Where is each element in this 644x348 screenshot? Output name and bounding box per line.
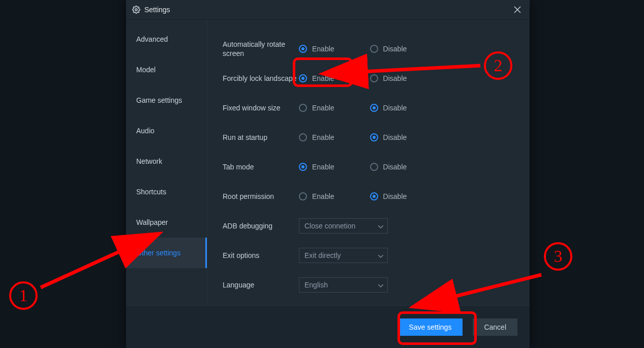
radio-enable[interactable]: Enable	[299, 104, 334, 112]
chevron-down-icon	[378, 222, 383, 230]
window-title: Settings	[144, 6, 170, 14]
titlebar: Settings	[126, 0, 530, 19]
cancel-button[interactable]: Cancel	[473, 318, 517, 336]
row-exit: Exit options Exit directly	[223, 241, 514, 270]
row-lock-landscape: Forcibly lock landscape Enable Disable	[223, 64, 514, 93]
svg-point-0	[135, 9, 137, 11]
setting-label: Language	[223, 280, 299, 289]
annotation-circle-1: 1	[9, 281, 38, 310]
radio-disable[interactable]: Disable	[370, 133, 407, 141]
sidebar-item-advanced[interactable]: Advanced	[126, 24, 207, 54]
radio-disable[interactable]: Disable	[370, 74, 407, 82]
row-root-permission: Root permission Enable Disable	[223, 182, 514, 211]
row-language: Language English	[223, 270, 514, 300]
radio-enable[interactable]: Enable	[299, 74, 334, 82]
radio-disable[interactable]: Disable	[370, 45, 407, 53]
sidebar-item-wallpaper[interactable]: Wallpaper	[126, 207, 207, 238]
row-adb: ADB debugging Close connetion	[223, 211, 514, 241]
radio-enable[interactable]: Enable	[299, 45, 334, 53]
setting-label: Fixed window size	[223, 103, 299, 112]
setting-label: Forcibly lock landscape	[223, 74, 299, 83]
settings-dialog: Settings Advanced Model Game settings Au…	[126, 0, 530, 348]
row-fixed-window: Fixed window size Enable Disable	[223, 93, 514, 123]
sidebar-item-game-settings[interactable]: Game settings	[126, 85, 207, 115]
sidebar: Advanced Model Game settings Audio Netwo…	[126, 20, 207, 305]
annotation-circle-3: 3	[544, 242, 572, 271]
settings-content: Automatically rotate screen Enable Disab…	[207, 20, 530, 305]
setting-label: Tab mode	[223, 162, 299, 171]
chevron-down-icon	[378, 281, 383, 289]
setting-label: Automatically rotate screen	[223, 40, 299, 58]
close-icon	[514, 6, 521, 13]
row-run-startup: Run at startup Enable Disable	[223, 123, 514, 152]
radio-enable[interactable]: Enable	[299, 192, 334, 200]
setting-label: Root permission	[223, 192, 299, 201]
select-exit[interactable]: Exit directly	[299, 248, 388, 263]
close-button[interactable]	[511, 4, 524, 16]
setting-label: ADB debugging	[223, 221, 299, 230]
svg-line-3	[41, 249, 125, 287]
setting-label: Run at startup	[223, 133, 299, 142]
row-tab-mode: Tab mode Enable Disable	[223, 152, 514, 182]
gear-icon	[132, 6, 140, 14]
save-button[interactable]: Save settings	[397, 318, 463, 336]
row-auto-rotate: Automatically rotate screen Enable Disab…	[223, 34, 514, 64]
annotation-arrow-1	[36, 239, 137, 295]
sidebar-item-other-settings[interactable]: Other settings	[126, 238, 207, 268]
radio-disable[interactable]: Disable	[370, 163, 407, 171]
radio-disable[interactable]: Disable	[370, 192, 407, 200]
radio-enable[interactable]: Enable	[299, 133, 334, 141]
radio-enable[interactable]: Enable	[299, 163, 334, 171]
sidebar-item-audio[interactable]: Audio	[126, 115, 207, 146]
chevron-down-icon	[378, 251, 383, 259]
sidebar-item-model[interactable]: Model	[126, 54, 207, 85]
radio-disable[interactable]: Disable	[370, 104, 407, 112]
setting-label: Exit options	[223, 251, 299, 260]
sidebar-item-shortcuts[interactable]: Shortcuts	[126, 177, 207, 207]
dialog-footer: Save settings Cancel	[126, 305, 530, 348]
sidebar-item-network[interactable]: Network	[126, 146, 207, 177]
select-adb[interactable]: Close connetion	[299, 218, 388, 234]
select-language[interactable]: English	[299, 277, 388, 293]
